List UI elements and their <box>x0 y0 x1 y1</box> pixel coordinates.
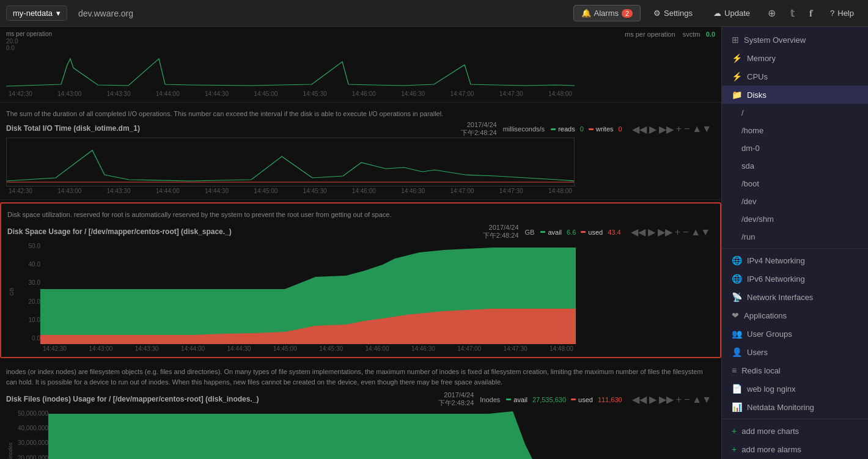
sidebar-item-slash[interactable]: / <box>722 104 868 122</box>
inodes-used-label: used <box>578 396 593 403</box>
sidebar-item-run[interactable]: /run <box>722 228 868 246</box>
used-val: 43.4 <box>608 229 620 236</box>
diskspace-time: 下午2:48:24 <box>483 231 519 240</box>
diskspace-controls: ◀◀ ▶ ▶▶ + − ▲▼ <box>627 224 714 240</box>
alarms-label: Alarms <box>594 9 619 18</box>
sidebar-item-network-interfaces[interactable]: 📡 Network Interfaces <box>722 288 868 306</box>
ds-expand-btn[interactable]: ▲▼ <box>691 227 710 238</box>
reads-legend: reads 0 <box>551 125 584 133</box>
sidebar-item-netdata[interactable]: 📊 Netdata Monitoring <box>722 398 868 416</box>
ds-next-btn[interactable]: ▶▶ <box>658 226 672 238</box>
avail-legend: avail 6.6 <box>540 229 576 236</box>
sidebar-item-memory[interactable]: ⚡ Memory <box>722 49 868 67</box>
avail-dot <box>540 231 545 233</box>
sidebar-item-system-overview[interactable]: ⊞ System Overview <box>722 31 868 49</box>
netdata-icon: 📊 <box>732 402 742 412</box>
sidebar-item-applications[interactable]: ❤ Applications <box>722 306 868 325</box>
update-button[interactable]: ☁ Update <box>705 5 758 21</box>
system-overview-icon: ⊞ <box>732 35 739 45</box>
writes-dot <box>589 128 594 130</box>
ds-zoom-out-btn[interactable]: − <box>683 227 688 238</box>
sidebar-item-disks[interactable]: 📁 Disks <box>722 86 868 104</box>
sidebar-item-add-alarms[interactable]: + add more alarms <box>722 440 868 458</box>
avail-val: 6.6 <box>567 229 576 236</box>
ipv4-icon: 🌐 <box>732 255 742 265</box>
sidebar-item-ipv6[interactable]: 🌐 IPv6 Networking <box>722 270 868 288</box>
in-zoom-in-btn[interactable]: + <box>676 394 682 405</box>
sidebar-item-dm0[interactable]: dm-0 <box>722 139 868 157</box>
diskiotime-timestamp: 2017/4/24 <box>461 121 497 128</box>
writes-val: 0 <box>619 125 622 133</box>
sidebar-item-devshm[interactable]: /dev/shm <box>722 210 868 228</box>
settings-button[interactable]: ⚙ Settings <box>645 5 701 21</box>
inodes-timestamp: 2017/4/24 <box>438 391 474 398</box>
sidebar-item-sda[interactable]: sda <box>722 157 868 175</box>
inodes-section: inodes (or index nodes) are filesystem o… <box>0 361 721 459</box>
sidebar-label-memory: Memory <box>747 54 776 63</box>
facebook-icon[interactable]: 𝐟 <box>804 5 817 22</box>
expand-btn[interactable]: ▲▼ <box>692 123 712 134</box>
iotime-unit-label: ms per operation <box>625 31 675 38</box>
sidebar-label-redis: Redis local <box>741 366 781 375</box>
sidebar-label-applications: Applications <box>744 311 787 320</box>
sidebar-label-disks: Disks <box>747 90 767 100</box>
diskiotime-unit: milliseconds/s <box>503 125 545 133</box>
topnav: my-netdata ▾ dev.wware.org 🔔 Alarms 2 ⚙ … <box>0 0 868 27</box>
sidebar-label-system-overview: System Overview <box>744 35 806 45</box>
diskspace-chart <box>40 240 576 344</box>
in-prev-btn[interactable]: ◀◀ <box>632 394 647 405</box>
reads-val: 0 <box>580 125 584 133</box>
inodes-yaxis-label: inodes <box>6 442 15 459</box>
prev-btn[interactable]: ◀◀ <box>632 123 647 135</box>
help-button[interactable]: ? Help <box>822 5 862 21</box>
layout: ms per operation 20.0 0.0 ms per operati… <box>0 27 868 459</box>
sidebar-item-add-charts[interactable]: + add more charts <box>722 422 868 440</box>
update-label: Update <box>724 9 750 18</box>
inodes-controls: ◀◀ ▶ ▶▶ + − ▲▼ <box>628 392 715 407</box>
inodes-avail-dot <box>506 398 511 400</box>
writes-legend: writes 0 <box>589 125 622 133</box>
sidebar-label-slash: / <box>741 108 744 117</box>
iotime-series-name: svctm <box>683 31 701 38</box>
inodes-used-val: 111,630 <box>598 396 622 403</box>
zoom-out-btn[interactable]: − <box>684 123 690 134</box>
reads-label: reads <box>558 125 575 133</box>
alarms-button[interactable]: 🔔 Alarms 2 <box>573 5 641 21</box>
svg-marker-2 <box>48 411 575 459</box>
in-expand-btn[interactable]: ▲▼ <box>692 394 712 405</box>
in-next-btn[interactable]: ▶▶ <box>659 394 674 405</box>
brand-label: my-netdata <box>13 9 53 18</box>
play-btn[interactable]: ▶ <box>649 123 657 135</box>
sidebar-item-home[interactable]: /home <box>722 122 868 139</box>
ds-zoom-in-btn[interactable]: + <box>675 227 680 238</box>
github-icon[interactable]: ⊕ <box>763 4 781 22</box>
in-play-btn[interactable]: ▶ <box>649 394 657 405</box>
zoom-in-btn[interactable]: + <box>676 123 682 134</box>
add-alarms-plus-icon: + <box>732 444 737 454</box>
ds-play-btn[interactable]: ▶ <box>648 226 655 238</box>
sidebar-label-cpus: CPUs <box>747 72 768 81</box>
twitter-icon[interactable]: 𝕥 <box>785 4 800 22</box>
diskspace-yaxis-label: GB <box>7 288 16 296</box>
sidebar-item-users[interactable]: 👤 Users <box>722 343 868 361</box>
sidebar-item-cpus[interactable]: ⚡ CPUs <box>722 67 868 86</box>
sidebar-item-ipv4[interactable]: 🌐 IPv4 Networking <box>722 251 868 270</box>
sidebar-label-home: /home <box>741 126 763 135</box>
inodes-time: 下午2:48:24 <box>438 398 474 408</box>
in-zoom-out-btn[interactable]: − <box>684 394 690 405</box>
used-legend: used 43.4 <box>581 229 620 236</box>
sidebar-label-add-alarms: add more alarms <box>741 445 801 454</box>
sidebar-item-redis[interactable]: ≡ Redis local <box>722 361 868 380</box>
add-charts-plus-icon: + <box>732 426 737 436</box>
sidebar-item-boot[interactable]: /boot <box>722 175 868 193</box>
sidebar-item-nginx[interactable]: 📄 web log nginx <box>722 380 868 398</box>
next-btn[interactable]: ▶▶ <box>659 123 674 135</box>
ds-prev-btn[interactable]: ◀◀ <box>631 226 645 238</box>
inodes-avail-label: avail <box>513 396 528 403</box>
sidebar-item-dev[interactable]: /dev <box>722 193 868 210</box>
iotime-section: ms per operation 20.0 0.0 ms per operati… <box>0 27 721 103</box>
sidebar-item-user-groups[interactable]: 👥 User Groups <box>722 325 868 343</box>
brand-dropdown[interactable]: my-netdata ▾ <box>6 6 67 21</box>
sidebar-label-devshm: /dev/shm <box>741 215 774 224</box>
bell-icon: 🔔 <box>581 9 591 18</box>
